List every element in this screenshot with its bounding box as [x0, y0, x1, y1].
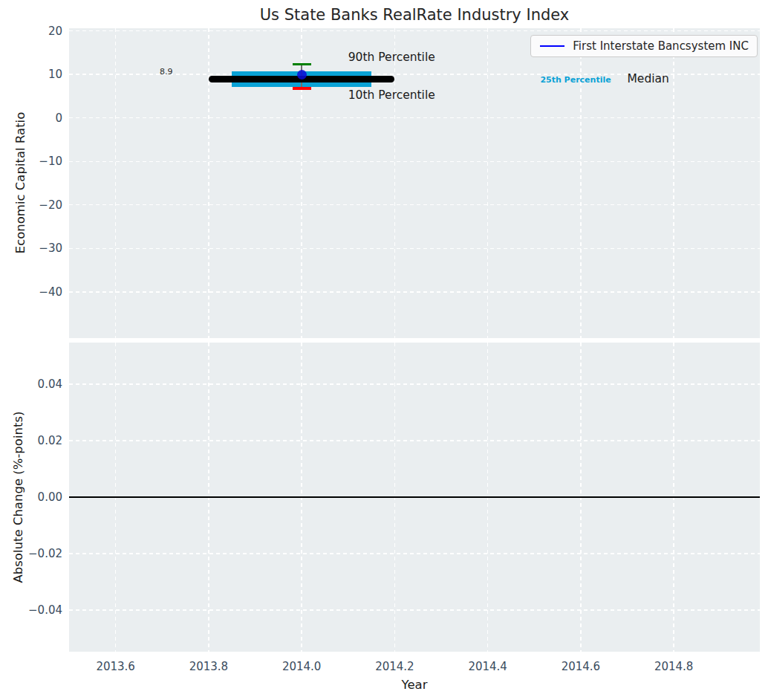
legend-label: First Interstate Bancsystem INC [573, 39, 749, 53]
y-tick-label: 10 [48, 68, 62, 81]
gridline-horizontal [69, 204, 760, 205]
gridline-horizontal [69, 161, 760, 162]
gridline-vertical [208, 28, 209, 338]
gridline-horizontal [69, 30, 760, 31]
x-tick-label: 2014.4 [468, 660, 507, 673]
gridline-horizontal [69, 248, 760, 249]
annotation-25th-percentile: 25th Percentile [540, 75, 611, 83]
x-tick-label: 2014.0 [282, 660, 322, 673]
y-tick-label: 20 [48, 25, 62, 38]
series-p90-cap [293, 63, 311, 66]
chart-title: Us State Banks RealRate Industry Index [260, 6, 570, 24]
gridline-vertical [115, 28, 116, 338]
series-zero-line [69, 496, 760, 498]
gridline-horizontal [69, 609, 760, 610]
y-tick-label: 0 [55, 111, 62, 125]
gridline-vertical [487, 28, 488, 338]
annotation-8-9: 8.9 [160, 67, 173, 75]
x-axis-label: Year [402, 678, 428, 692]
y-tick-label: 0.02 [38, 434, 62, 447]
gridline-vertical [673, 28, 674, 338]
annotation-median: Median [628, 74, 669, 85]
y-axis-label-bottom: Absolute Change (%-points) [11, 412, 25, 583]
y-tick-label: −20 [39, 198, 62, 212]
y-tick-label: −0.02 [28, 547, 62, 560]
gridline-horizontal [69, 553, 760, 554]
bottom-panel-absolute-change [69, 343, 760, 652]
top-panel-economic-capital-ratio: First Interstate Bancsystem INC 8.990th … [69, 28, 760, 338]
x-tick-label: 2013.6 [96, 660, 135, 673]
series-p10-cap [293, 87, 311, 90]
x-tick-label: 2014.8 [654, 660, 694, 673]
y-tick-label: −30 [39, 242, 62, 255]
gridline-horizontal [69, 117, 760, 118]
y-tick-label: −40 [39, 285, 62, 299]
y-tick-label: 0.00 [38, 490, 62, 504]
annotation-90th-percentile: 90th Percentile [348, 52, 435, 64]
legend: First Interstate Bancsystem INC [530, 35, 758, 57]
figure: Us State Banks RealRate Industry Index F… [0, 0, 768, 700]
gridline-vertical [394, 28, 395, 338]
series-company-point [297, 70, 307, 80]
x-tick-label: 2014.2 [375, 660, 414, 673]
y-tick-label: −10 [39, 155, 62, 168]
x-tick-label: 2013.8 [189, 660, 229, 673]
gridline-horizontal [69, 440, 760, 441]
y-axis-label-top: Economic Capital Ratio [13, 112, 27, 254]
gridline-horizontal [69, 383, 760, 384]
gridline-horizontal [69, 291, 760, 292]
x-tick-label: 2014.6 [562, 660, 601, 673]
annotation-10th-percentile: 10th Percentile [348, 90, 435, 102]
legend-line-swatch [540, 45, 564, 48]
y-tick-label: 0.04 [38, 377, 62, 391]
y-tick-label: −0.04 [28, 603, 62, 617]
